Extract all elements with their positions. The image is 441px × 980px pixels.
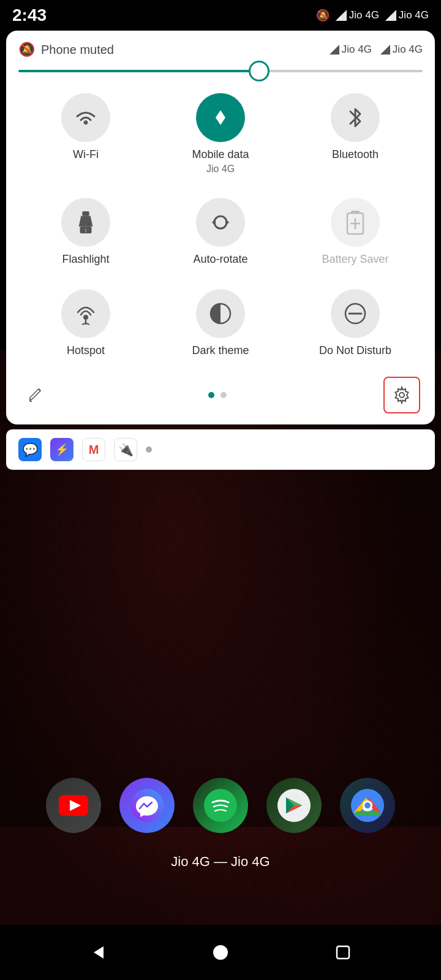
tile-dnd-label: Do Not Disturb [319,344,391,357]
svg-marker-3 [385,15,391,21]
back-button[interactable] [83,937,113,968]
svg-rect-6 [82,211,89,216]
phone-muted-label: Phone muted [41,43,114,57]
bluetooth-icon [347,105,364,130]
svg-marker-5 [380,45,390,55]
recents-button[interactable] [328,937,358,968]
page-dot-1 [208,392,214,398]
notif-messenger[interactable]: ⚡ [50,438,74,461]
svg-marker-4 [330,45,339,55]
tile-battery-saver-label: Battery Saver [322,253,388,266]
top-signal-icon-2 [380,45,390,55]
tile-mobile-data-circle [196,93,245,142]
top-signal-2: Jio 4G [380,43,423,56]
tile-wifi-circle [61,93,110,142]
svg-marker-10 [212,219,216,226]
signal-group-2: Jio 4G [385,9,429,21]
signal-icon-2 [385,10,396,21]
home-button[interactable] [205,937,236,968]
hotspot-icon [74,301,98,326]
tile-dnd[interactable]: Do Not Disturb [288,281,423,366]
tile-mobile-data[interactable]: Mobile data Jio 4G [153,85,288,183]
tile-flashlight-circle [61,198,110,247]
top-signal-icon-1 [330,45,339,55]
app-youtube[interactable] [46,778,101,833]
notification-bar: 💬 ⚡ M 🔌 [6,429,435,470]
nav-bar [0,925,441,980]
tile-wifi[interactable]: Wi-Fi [18,85,153,183]
tile-auto-rotate[interactable]: Auto-rotate [153,189,288,274]
quick-settings-bottom-bar [18,372,423,418]
quick-settings-top-bar: 🔕 Phone muted Jio 4G Jio 4G [18,42,423,58]
svg-line-20 [39,389,40,391]
svg-point-23 [399,393,404,398]
quick-tiles-grid: Wi-Fi Mobile data Jio 4G Bluetooth [18,85,423,366]
tile-wifi-label: Wi-Fi [73,148,99,161]
signal-label-1: Jio 4G [349,9,379,21]
pencil-icon [28,387,44,403]
quick-settings-panel: 🔕 Phone muted Jio 4G Jio 4G [6,31,435,424]
auto-rotate-icon [208,210,233,235]
tile-hotspot-label: Hotspot [67,344,105,357]
status-time: 2:43 [12,6,47,25]
tile-battery-saver[interactable]: Battery Saver [288,189,423,274]
top-signal-label-2: Jio 4G [393,43,423,56]
tile-auto-rotate-circle [196,198,245,247]
app-spotify[interactable] [193,778,248,833]
status-icons: 🔕 Jio 4G Jio 4G [316,9,429,22]
app-play-store[interactable] [266,778,322,833]
app-dock [0,778,441,833]
app-messenger[interactable] [119,778,175,833]
battery-saver-icon [346,209,364,235]
tile-battery-saver-circle [331,198,380,247]
svg-point-39 [213,945,228,960]
app-chrome[interactable] [340,778,395,833]
tile-hotspot-circle [61,289,110,338]
settings-button[interactable] [383,377,420,413]
wifi-icon [74,107,98,129]
tile-mobile-data-sublabel: Jio 4G [206,164,235,175]
brightness-slider[interactable] [18,70,423,72]
home-circle-icon [211,943,230,962]
tile-mobile-data-label: Mobile data [192,148,249,161]
tile-flashlight[interactable]: Flashlight [18,189,153,274]
bell-muted-icon: 🔕 [18,42,35,58]
tile-dark-theme-label: Dark theme [192,344,249,357]
mute-info: 🔕 Phone muted [18,42,114,58]
tile-auto-rotate-label: Auto-rotate [193,253,247,266]
tile-hotspot[interactable]: Hotspot [18,281,153,366]
tile-bluetooth-label: Bluetooth [332,148,379,161]
settings-gear-icon [393,386,411,404]
chrome-icon [351,789,384,822]
spotify-icon [204,789,237,822]
tile-bluetooth[interactable]: Bluetooth [288,85,423,183]
tile-bluetooth-circle [331,93,380,142]
dark-theme-icon [208,301,233,326]
notif-more-dot [146,447,152,453]
svg-marker-9 [225,219,229,226]
page-dots [208,392,227,398]
page-dot-2 [221,392,227,398]
dnd-icon [343,301,368,326]
signal-label-2: Jio 4G [399,9,429,21]
svg-marker-1 [336,15,342,21]
notif-usb[interactable]: 🔌 [114,438,137,461]
mute-icon: 🔕 [316,9,330,22]
mobile-data-icon [209,105,232,130]
svg-rect-40 [337,946,349,959]
notif-gmail[interactable]: M [82,438,105,461]
youtube-icon [59,795,88,816]
notif-facebook-messenger[interactable]: 💬 [18,438,42,461]
svg-marker-38 [94,946,104,959]
back-icon [89,943,107,962]
messenger-icon [130,789,164,822]
brightness-row [18,70,423,72]
tile-dnd-circle [331,289,380,338]
home-status-text: Jio 4G — Jio 4G [0,854,441,870]
svg-point-15 [83,315,88,320]
tile-dark-theme[interactable]: Dark theme [153,281,288,366]
edit-button[interactable] [21,380,51,410]
tile-dark-theme-circle [196,289,245,338]
tile-flashlight-label: Flashlight [62,253,109,266]
play-store-icon [277,789,311,822]
